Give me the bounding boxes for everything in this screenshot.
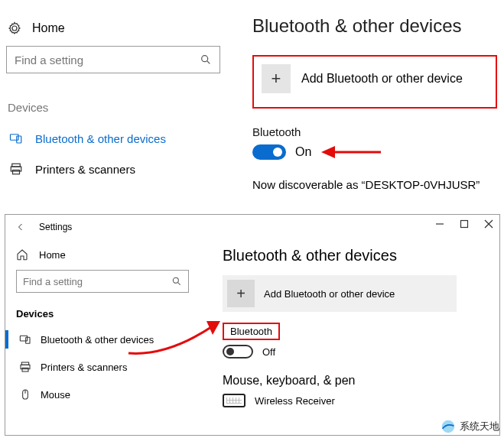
bluetooth-toggle-row: On [252,144,497,160]
sidebar-item-printers[interactable]: Printers & scanners [6,154,234,184]
home-label: Home [39,249,66,261]
sidebar-item-label: Printers & scanners [35,163,135,176]
svg-rect-10 [461,221,468,228]
keyboard-icon [223,394,245,407]
annotation-arrow-icon [121,316,228,362]
page-heading: Bluetooth & other devices [252,15,497,37]
device-name: Wireless Receiver [255,395,335,407]
svg-line-14 [178,283,180,285]
settings-window: Settings Home Devices Bluetooth & other … [5,214,500,436]
back-icon[interactable] [16,222,25,232]
globe-icon [440,418,457,435]
search-box[interactable] [16,270,189,293]
mouse-icon [19,388,31,401]
add-device-label: Add Bluetooth or other device [264,288,395,300]
sidebar-item-mouse[interactable]: Mouse [16,381,200,408]
main-content: Bluetooth & other devices + Add Bluetoot… [223,247,475,407]
svg-rect-3 [17,136,21,143]
svg-marker-8 [321,146,335,158]
settings-upper-pane: Home Devices Bluetooth & other devices P… [0,0,504,199]
section-title: Devices [6,101,234,114]
toggle-state-label: On [295,145,311,159]
plus-icon: + [262,64,291,93]
close-icon[interactable] [484,219,493,229]
bluetooth-toggle[interactable] [252,144,286,160]
printer-icon [19,361,31,373]
window-controls [435,219,493,229]
maximize-icon[interactable] [460,219,469,229]
add-device-button[interactable]: + Add Bluetooth or other device [252,55,497,109]
search-input[interactable] [15,54,200,67]
window-title: Settings [39,222,72,232]
device-category: Mouse, keyboard, & pen [223,374,475,388]
search-input[interactable] [23,276,171,287]
svg-point-13 [173,277,178,283]
bluetooth-toggle-row: Off [223,345,475,359]
home-label: Home [32,21,65,35]
svg-rect-16 [26,337,30,343]
watermark: 系统天地 [440,418,499,435]
devices-bluetooth-icon [19,333,31,346]
search-icon [171,276,182,287]
sidebar-item-label: Bluetooth & other devices [35,132,166,145]
search-box[interactable] [6,46,220,73]
discoverable-text: Now discoverable as “DESKTOP-0VHJUSR” [252,178,497,191]
svg-rect-6 [13,170,20,174]
bluetooth-label: Bluetooth [252,125,497,138]
gear-icon [8,21,21,35]
add-device-label: Add Bluetooth or other device [301,72,463,86]
search-icon [200,54,212,66]
home-row[interactable]: Home [16,248,200,261]
devices-bluetooth-icon [9,131,23,145]
annotation-arrow-icon [321,143,382,161]
titlebar: Settings [5,215,499,239]
home-icon [16,248,28,261]
minimize-icon[interactable] [435,219,444,229]
sidebar: Home Devices Bluetooth & other devices P… [6,21,234,184]
sidebar-item-label: Printers & scanners [41,362,127,373]
device-row[interactable]: Wireless Receiver [223,394,475,407]
printer-icon [9,162,23,176]
svg-rect-19 [22,368,28,371]
watermark-text: 系统天地 [460,420,499,433]
svg-line-1 [207,61,210,63]
sidebar-item-bluetooth[interactable]: Bluetooth & other devices [6,123,234,154]
plus-icon: + [227,280,255,307]
page-heading: Bluetooth & other devices [223,247,475,264]
main-content: Bluetooth & other devices + Add Bluetoot… [252,15,497,191]
sidebar-item-label: Mouse [41,389,70,401]
svg-point-0 [202,56,208,62]
svg-rect-15 [20,336,27,341]
toggle-state-label: Off [262,346,275,358]
svg-rect-2 [11,135,19,141]
add-device-button[interactable]: + Add Bluetooth or other device [223,275,457,312]
bluetooth-label: Bluetooth [223,323,280,340]
home-row[interactable]: Home [6,21,234,35]
